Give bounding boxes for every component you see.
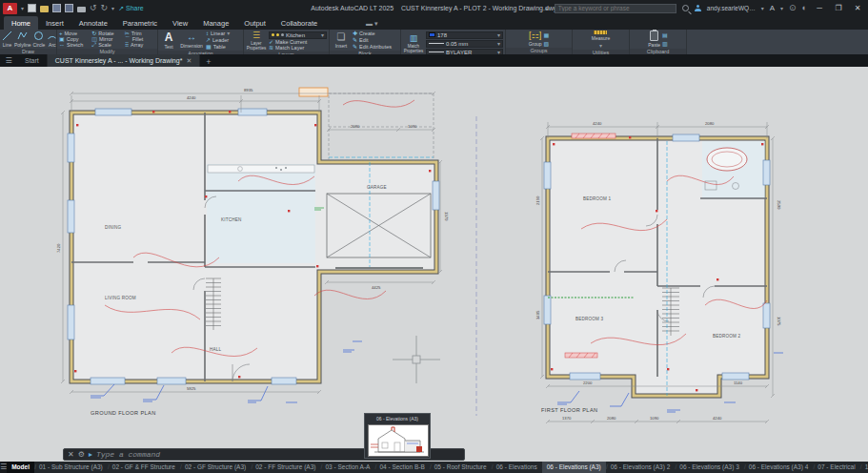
scale-icon: ⤢ [91,42,96,48]
user-avatar-icon[interactable] [695,5,701,11]
document-title: CUST Kinnersley A - PLOT 2 - Working Dra… [401,5,557,11]
chevron-down-icon[interactable]: ▾ [111,5,114,11]
lineweight-dropdown[interactable]: 0.05 mm ▾ [426,40,503,48]
paste-icon [650,31,658,41]
polyline-button[interactable]: Polyline [14,31,31,48]
layout-tab[interactable]: Model [7,462,34,473]
plot-icon[interactable] [77,7,86,12]
chevron-down-icon[interactable]: ▾ [761,5,764,11]
room-label: BEDROOM 3 [575,317,604,321]
ribbon-tab[interactable]: Collaborate [273,16,325,30]
autocad-logo-icon[interactable]: A [3,3,17,14]
layout-tab[interactable]: 06 - Elevations (A3) 4 [744,462,814,473]
redo-icon[interactable]: ↻ [101,4,109,12]
circle-button[interactable]: Circle [33,31,46,48]
layout-preview-thumbnail[interactable] [368,424,429,457]
search-icon[interactable] [682,5,689,11]
group-button[interactable]: [⚏] Group [529,31,542,47]
chevron-down-icon[interactable]: ▾ [780,5,783,11]
stretch-button[interactable]: ⇔Stretch [59,42,90,48]
new-file-icon[interactable] [28,4,36,12]
undo-icon[interactable]: ↺ [90,4,97,12]
chevron-right-icon[interactable]: ▸ [546,5,549,11]
ribbon-tab[interactable]: Output [236,16,273,30]
leader-button[interactable]: ↗Leader [206,37,230,43]
match-properties-button[interactable]: ▥ Match Properties [403,33,424,53]
insert-block-button[interactable]: ❏ Insert [332,31,351,49]
scale-button[interactable]: ⤢Scale [91,42,122,48]
layout-tab[interactable]: 06 - Elevations (A3) 2 [606,462,676,473]
save-as-icon[interactable] [65,4,73,12]
file-tab-menu-icon[interactable]: ☰ [0,56,17,67]
arc-icon [47,31,57,41]
table-button[interactable]: ▦Table [206,44,230,50]
layout-tab[interactable]: 01 - Sub Structure (A3) [34,462,108,473]
layout-tab[interactable]: 06 - Elevations (A3) 3 [675,462,744,473]
file-tab-document[interactable]: CUST Kinnersley A - ... - Working Drawin… [48,54,200,67]
help-icon[interactable]: ⊙ [789,4,797,12]
cut-clip-icon[interactable]: ▥ [662,40,668,47]
array-button[interactable]: ⠿Array [125,42,155,48]
layout-tab[interactable]: 05 - Roof Structure [430,462,492,473]
dimension-button[interactable]: ↔ Dimension [179,31,204,49]
line-button[interactable]: Line [2,31,12,48]
share-button[interactable]: ↗ Share [118,5,144,12]
ribbon-tab[interactable]: Parametric [115,16,165,30]
layout-tab[interactable]: 04 - Section B-B [374,462,429,473]
maximize-button[interactable]: ❐ [832,4,845,12]
layout-tab[interactable]: 02 - GF & FF Structure [108,462,180,473]
close-tab-icon[interactable]: ✕ [186,57,192,65]
ribbon-tab[interactable]: Manage [195,16,236,30]
ribbon-options-icon[interactable]: ▬ ▾ [366,20,377,30]
chevron-down-icon: ▾ [599,42,602,49]
command-input[interactable]: Type a command [96,450,160,459]
arc-button[interactable]: Arc [47,31,57,48]
user-name[interactable]: andy.searleWQ… [707,5,756,11]
open-file-icon[interactable] [40,6,49,12]
save-icon[interactable] [52,4,61,12]
close-button[interactable]: ✕ [851,4,864,12]
edit-attributes-button[interactable]: ✎Edit Attributes [353,44,392,50]
ribbon-tab[interactable]: Insert [38,16,71,30]
color-dropdown[interactable]: 178 ▾ [426,31,503,39]
layout-tab[interactable]: 10 - Staircase [860,462,868,473]
ribbon-tab[interactable]: View [165,16,195,30]
notification-icon[interactable]: ◐ [802,4,807,12]
layout-tab[interactable]: 02 - GF Structure (A3) [180,462,251,473]
drawing-canvas[interactable]: 4240 8935 2080 1090 4425 7420 5925 1370 … [0,67,868,462]
autodesk-app-icon[interactable]: A [770,4,775,12]
layout-tab[interactable]: 07 - Electrical [813,462,859,473]
dimension-icon: ↔ [187,31,196,42]
panel-utilities: Measure ▾ Utilities [573,30,630,54]
edit-block-button[interactable]: ✎Edit [353,37,392,43]
text-button[interactable]: A Text [160,31,177,50]
layout-menu-icon[interactable]: ☰ [0,462,7,473]
layer-properties-button[interactable]: ☰ Layer Properties [246,31,267,51]
svg-text:1090: 1090 [650,416,659,421]
create-block-button[interactable]: ✚Create [353,31,392,36]
chevron-down-icon[interactable]: ▾ [21,5,24,11]
file-tab-bar: ☰ Start CUST Kinnersley A - ... - Workin… [0,54,868,67]
ribbon-tab[interactable]: Home [4,16,38,30]
group-edit-icon[interactable]: ▧ [544,40,550,47]
ungroup-icon[interactable]: ▦ [544,31,550,38]
layout-tab[interactable]: 06 - Elevations (A3) [542,462,606,473]
layout-tab[interactable]: 02 - FF Structure (A3) [251,462,320,473]
close-command-icon[interactable]: ✕ [68,451,74,459]
search-input[interactable] [555,4,676,13]
panel-label-groups[interactable]: Groups [506,48,572,54]
new-tab-button[interactable]: + [200,57,216,67]
minimize-button[interactable]: ─ [813,4,826,12]
chevron-down-icon: ▾ [227,31,230,36]
paste-button[interactable]: Paste [648,31,660,48]
customize-command-icon[interactable]: ⚙ [78,451,85,459]
file-tab-start[interactable]: Start [17,54,48,67]
layout-tab[interactable]: 06 - Elevations [492,462,542,473]
layout-tab[interactable]: 03 - Section A-A [320,462,374,473]
linear-button[interactable]: ↕Linear ▾ [206,31,230,36]
copy-clip-icon[interactable]: ▤ [662,31,668,38]
layer-dropdown[interactable]: Kitchen ▾ [269,31,327,39]
match-layer-button[interactable]: ≋Match Layer [269,45,327,51]
ribbon-tab[interactable]: Annotate [71,16,115,30]
measure-button[interactable]: Measure ▾ [592,31,610,49]
